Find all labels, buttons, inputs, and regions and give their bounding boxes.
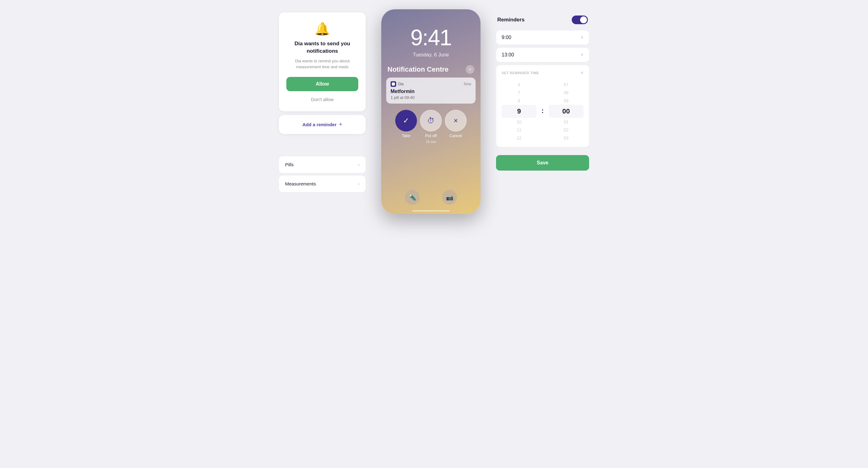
reminder-card: Add a reminder +: [279, 115, 366, 134]
set-reminder-label: SET REMINDER TIME: [502, 71, 539, 75]
phone-date: Tuesday, 6 June: [381, 52, 480, 58]
measurements-chevron-icon: ›: [358, 181, 360, 187]
minute-item-00-selected[interactable]: 00: [549, 105, 584, 118]
cancel-x-icon: ×: [454, 116, 458, 125]
left-panel: 🔔 Dia wants to send you notifications Di…: [273, 6, 372, 201]
pills-label: Pills: [285, 162, 294, 167]
hour-item-7[interactable]: 7: [502, 89, 536, 97]
menu-items: Pills › Measurements ›: [279, 156, 366, 195]
set-reminder-section: SET REMINDER TIME × 6 7 8 9 10 11 12 : 5…: [496, 65, 589, 147]
center-panel: 9:41 Tuesday, 6 June Notification Centre…: [372, 6, 490, 217]
minute-picker[interactable]: 57 58 59 00 01 02 03: [549, 81, 584, 142]
minute-item-02[interactable]: 02: [549, 126, 584, 134]
hour-item-10[interactable]: 10: [502, 118, 536, 126]
take-action-label: Take: [402, 133, 410, 138]
hour-item-6[interactable]: 6: [502, 81, 536, 89]
camera-icon: 📷: [442, 190, 457, 205]
set-reminder-header: SET REMINDER TIME ×: [502, 70, 584, 76]
hour-item-11[interactable]: 11: [502, 126, 536, 134]
plus-icon: +: [339, 121, 342, 128]
app-name: Dia: [398, 82, 404, 86]
flashlight-icon: 🔦: [405, 190, 420, 205]
put-off-action-label: Put off: [425, 133, 436, 138]
pills-menu-item[interactable]: Pills ›: [279, 156, 366, 173]
measurements-label: Measurements: [285, 181, 316, 186]
reminders-header: Reminders: [496, 12, 589, 30]
cancel-action-circle: ×: [445, 110, 467, 131]
pills-chevron-icon: ›: [358, 162, 360, 167]
add-reminder-label: Add a reminder: [303, 122, 337, 127]
time-slot-1-remove-button[interactable]: ×: [581, 35, 584, 40]
right-panel: Reminders 9:00 × 13:00 × SET REMINDER TI…: [490, 6, 595, 177]
put-off-action-circle: ⏱: [420, 110, 442, 131]
phone-time: 9:41: [381, 25, 480, 50]
app-icon: [391, 81, 396, 87]
medication-description: 1 pill at 09:40: [391, 95, 471, 100]
close-icon: ×: [469, 67, 471, 72]
save-button[interactable]: Save: [496, 155, 589, 170]
notification-item-header: Dia Now: [391, 81, 471, 87]
phone-bottom-bar: 🔦 📷: [381, 190, 480, 205]
reminders-toggle[interactable]: [572, 15, 588, 24]
notification-centre-header: Notification Centre ×: [386, 65, 475, 74]
time-slot-2-remove-button[interactable]: ×: [581, 52, 584, 58]
allow-button[interactable]: Allow: [286, 77, 358, 91]
reminders-title: Reminders: [497, 17, 525, 23]
dont-allow-button[interactable]: Don't allow: [309, 95, 336, 104]
minute-item-03[interactable]: 03: [549, 134, 584, 142]
notification-centre-close-button[interactable]: ×: [466, 65, 474, 74]
time-slot-2: 13:00 ×: [496, 48, 589, 62]
notification-subtitle: Dia wants to remind you about measuremen…: [286, 58, 358, 70]
clock-icon: ⏱: [427, 116, 435, 125]
put-off-sub-label: 15 min: [426, 140, 436, 144]
hour-item-9-selected[interactable]: 9: [502, 105, 536, 118]
time-separator: :: [541, 107, 544, 116]
bell-icon: 🔔: [315, 22, 330, 36]
phone-frame: 9:41 Tuesday, 6 June Notification Centre…: [381, 9, 480, 214]
take-action-button[interactable]: ✓ Take: [395, 110, 417, 144]
set-reminder-close-button[interactable]: ×: [581, 70, 584, 76]
time-slot-2-value: 13:00: [502, 52, 514, 58]
notification-actions: ✓ Take ⏱ Put off 15 min × Cancel: [386, 110, 475, 144]
notification-timestamp: Now: [464, 82, 471, 86]
cancel-action-label: Cancel: [450, 133, 462, 138]
notification-card: 🔔 Dia wants to send you notifications Di…: [279, 12, 366, 111]
minute-item-58[interactable]: 58: [549, 89, 584, 97]
time-slot-1-value: 9:00: [502, 35, 511, 40]
minute-item-59[interactable]: 59: [549, 97, 584, 105]
hour-picker[interactable]: 6 7 8 9 10 11 12: [502, 81, 536, 142]
toggle-knob: [580, 17, 587, 23]
minute-item-01[interactable]: 01: [549, 118, 584, 126]
minute-item-57[interactable]: 57: [549, 81, 584, 89]
time-slot-1: 9:00 ×: [496, 30, 589, 45]
home-indicator: [412, 210, 450, 212]
measurements-menu-item[interactable]: Measurements ›: [279, 176, 366, 192]
medication-name: Metformin: [391, 89, 471, 94]
notification-app: Dia: [391, 81, 404, 87]
cancel-action-button[interactable]: × Cancel: [445, 110, 467, 144]
notification-item: Dia Now Metformin 1 pill at 09:40: [386, 77, 475, 103]
put-off-action-button[interactable]: ⏱ Put off 15 min: [420, 110, 442, 144]
add-reminder-button[interactable]: Add a reminder +: [303, 121, 342, 128]
time-picker: 6 7 8 9 10 11 12 : 57 58 59 00 01 02 03: [502, 81, 584, 142]
notification-centre: Notification Centre × Dia Now Metformin: [386, 65, 475, 144]
app-icon-inner: [392, 83, 395, 86]
hour-item-8[interactable]: 8: [502, 97, 536, 105]
take-checkmark-icon: ✓: [403, 116, 409, 125]
notification-title: Dia wants to send you notifications: [286, 40, 358, 55]
notification-centre-title: Notification Centre: [388, 65, 448, 73]
take-action-circle: ✓: [395, 110, 417, 131]
hour-item-12[interactable]: 12: [502, 134, 536, 142]
